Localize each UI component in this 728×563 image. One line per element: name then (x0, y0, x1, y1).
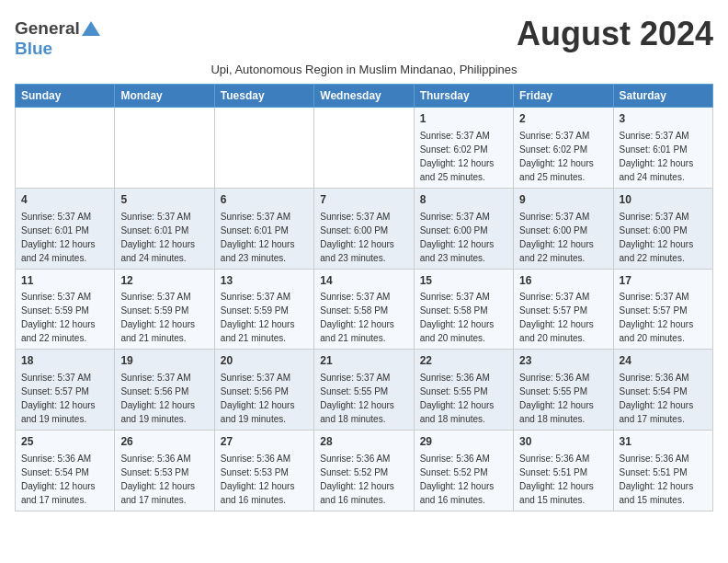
day-info: Sunrise: 5:37 AMSunset: 6:00 PMDaylight:… (420, 212, 495, 263)
calendar-subtitle: Upi, Autonomous Region in Muslim Mindana… (15, 63, 713, 76)
day-number: 16 (519, 273, 607, 289)
week-row-3: 11Sunrise: 5:37 AMSunset: 5:59 PMDayligh… (16, 269, 713, 350)
calendar-header: SundayMondayTuesdayWednesdayThursdayFrid… (16, 85, 713, 108)
calendar-cell: 25Sunrise: 5:36 AMSunset: 5:54 PMDayligh… (16, 431, 115, 511)
calendar-cell: 9Sunrise: 5:37 AMSunset: 6:00 PMDaylight… (514, 188, 613, 269)
week-row-4: 18Sunrise: 5:37 AMSunset: 5:57 PMDayligh… (16, 350, 713, 431)
day-info: Sunrise: 5:37 AMSunset: 6:01 PMDaylight:… (620, 131, 694, 182)
logo: General Blue (15, 18, 101, 59)
calendar-cell: 30Sunrise: 5:36 AMSunset: 5:51 PMDayligh… (514, 431, 613, 511)
day-info: Sunrise: 5:37 AMSunset: 6:00 PMDaylight:… (519, 212, 594, 263)
calendar-cell (115, 108, 214, 189)
calendar-cell: 19Sunrise: 5:37 AMSunset: 5:56 PMDayligh… (115, 350, 214, 431)
logo-general-text: General (15, 18, 80, 39)
week-row-1: 1Sunrise: 5:37 AMSunset: 6:02 PMDaylight… (16, 108, 713, 189)
week-row-2: 4Sunrise: 5:37 AMSunset: 6:01 PMDaylight… (16, 188, 713, 269)
calendar-cell: 2Sunrise: 5:37 AMSunset: 6:02 PMDaylight… (514, 108, 613, 189)
day-number: 28 (320, 434, 407, 450)
day-number: 11 (21, 273, 108, 289)
day-number: 10 (620, 192, 707, 208)
day-info: Sunrise: 5:37 AMSunset: 5:57 PMDaylight:… (519, 292, 594, 343)
day-number: 25 (21, 434, 108, 450)
day-number: 3 (620, 111, 707, 127)
day-header-sunday: Sunday (16, 85, 115, 108)
day-info: Sunrise: 5:37 AMSunset: 5:59 PMDaylight:… (120, 292, 195, 343)
calendar-cell (314, 108, 414, 189)
day-info: Sunrise: 5:36 AMSunset: 5:53 PMDaylight:… (221, 454, 295, 505)
day-number: 7 (320, 192, 407, 208)
day-number: 12 (120, 273, 208, 289)
day-header-thursday: Thursday (414, 85, 513, 108)
day-info: Sunrise: 5:37 AMSunset: 6:02 PMDaylight:… (519, 131, 594, 182)
day-info: Sunrise: 5:36 AMSunset: 5:52 PMDaylight:… (420, 454, 495, 505)
calendar-cell: 28Sunrise: 5:36 AMSunset: 5:52 PMDayligh… (314, 431, 414, 511)
header: General Blue August 2024 (15, 15, 713, 59)
calendar-cell: 29Sunrise: 5:36 AMSunset: 5:52 PMDayligh… (414, 431, 513, 511)
day-info: Sunrise: 5:37 AMSunset: 6:00 PMDaylight:… (320, 212, 394, 263)
day-header-monday: Monday (115, 85, 214, 108)
day-header-wednesday: Wednesday (314, 85, 414, 108)
day-info: Sunrise: 5:36 AMSunset: 5:51 PMDaylight:… (519, 454, 594, 505)
logo-blue-text: Blue (15, 39, 52, 58)
day-info: Sunrise: 5:37 AMSunset: 6:00 PMDaylight:… (620, 212, 694, 263)
day-number: 20 (221, 353, 308, 369)
day-header-saturday: Saturday (613, 85, 712, 108)
day-info: Sunrise: 5:37 AMSunset: 5:58 PMDaylight:… (420, 292, 495, 343)
calendar-cell: 14Sunrise: 5:37 AMSunset: 5:58 PMDayligh… (314, 269, 414, 350)
day-info: Sunrise: 5:37 AMSunset: 6:01 PMDaylight:… (120, 212, 195, 263)
calendar-cell: 27Sunrise: 5:36 AMSunset: 5:53 PMDayligh… (214, 431, 313, 511)
day-info: Sunrise: 5:37 AMSunset: 5:56 PMDaylight:… (120, 373, 195, 424)
logo-icon (81, 20, 101, 37)
day-info: Sunrise: 5:37 AMSunset: 5:59 PMDaylight:… (21, 292, 96, 343)
day-number: 14 (320, 273, 407, 289)
day-info: Sunrise: 5:37 AMSunset: 5:58 PMDaylight:… (320, 292, 394, 343)
day-info: Sunrise: 5:36 AMSunset: 5:51 PMDaylight:… (620, 454, 694, 505)
calendar-cell: 23Sunrise: 5:36 AMSunset: 5:55 PMDayligh… (514, 350, 613, 431)
day-info: Sunrise: 5:36 AMSunset: 5:53 PMDaylight:… (120, 454, 195, 505)
day-number: 15 (420, 273, 507, 289)
calendar-cell: 8Sunrise: 5:37 AMSunset: 6:00 PMDaylight… (414, 188, 513, 269)
day-info: Sunrise: 5:37 AMSunset: 5:59 PMDaylight:… (221, 292, 295, 343)
calendar-cell (214, 108, 313, 189)
calendar-cell: 11Sunrise: 5:37 AMSunset: 5:59 PMDayligh… (16, 269, 115, 350)
day-info: Sunrise: 5:37 AMSunset: 6:01 PMDaylight:… (21, 212, 96, 263)
calendar-cell: 13Sunrise: 5:37 AMSunset: 5:59 PMDayligh… (214, 269, 313, 350)
calendar-cell: 26Sunrise: 5:36 AMSunset: 5:53 PMDayligh… (115, 431, 214, 511)
calendar-cell: 4Sunrise: 5:37 AMSunset: 6:01 PMDaylight… (16, 188, 115, 269)
day-info: Sunrise: 5:36 AMSunset: 5:54 PMDaylight:… (21, 454, 96, 505)
day-number: 31 (620, 434, 707, 450)
day-number: 23 (519, 353, 607, 369)
calendar-table: SundayMondayTuesdayWednesdayThursdayFrid… (15, 84, 713, 511)
calendar-cell: 21Sunrise: 5:37 AMSunset: 5:55 PMDayligh… (314, 350, 414, 431)
day-number: 13 (221, 273, 308, 289)
day-info: Sunrise: 5:36 AMSunset: 5:52 PMDaylight:… (320, 454, 394, 505)
calendar-cell: 7Sunrise: 5:37 AMSunset: 6:00 PMDaylight… (314, 188, 414, 269)
day-info: Sunrise: 5:36 AMSunset: 5:54 PMDaylight:… (620, 373, 694, 424)
day-number: 26 (120, 434, 208, 450)
calendar-cell: 18Sunrise: 5:37 AMSunset: 5:57 PMDayligh… (16, 350, 115, 431)
calendar-cell: 22Sunrise: 5:36 AMSunset: 5:55 PMDayligh… (414, 350, 513, 431)
day-info: Sunrise: 5:37 AMSunset: 6:02 PMDaylight:… (420, 131, 495, 182)
calendar-cell: 10Sunrise: 5:37 AMSunset: 6:00 PMDayligh… (613, 188, 712, 269)
calendar-cell: 12Sunrise: 5:37 AMSunset: 5:59 PMDayligh… (115, 269, 214, 350)
day-number: 8 (420, 192, 507, 208)
day-number: 2 (519, 111, 607, 127)
calendar-cell: 3Sunrise: 5:37 AMSunset: 6:01 PMDaylight… (613, 108, 712, 189)
day-number: 1 (420, 111, 507, 127)
header-row: SundayMondayTuesdayWednesdayThursdayFrid… (16, 85, 713, 108)
day-number: 17 (620, 273, 707, 289)
calendar-cell: 24Sunrise: 5:36 AMSunset: 5:54 PMDayligh… (613, 350, 712, 431)
month-title: August 2024 (517, 15, 713, 53)
day-info: Sunrise: 5:37 AMSunset: 5:57 PMDaylight:… (21, 373, 96, 424)
calendar-cell: 20Sunrise: 5:37 AMSunset: 5:56 PMDayligh… (214, 350, 313, 431)
svg-marker-0 (82, 21, 100, 36)
calendar-cell: 31Sunrise: 5:36 AMSunset: 5:51 PMDayligh… (613, 431, 712, 511)
day-info: Sunrise: 5:37 AMSunset: 5:56 PMDaylight:… (221, 373, 295, 424)
day-info: Sunrise: 5:37 AMSunset: 5:55 PMDaylight:… (320, 373, 394, 424)
calendar-cell: 15Sunrise: 5:37 AMSunset: 5:58 PMDayligh… (414, 269, 513, 350)
calendar-cell (16, 108, 115, 189)
day-number: 5 (120, 192, 208, 208)
calendar-cell: 6Sunrise: 5:37 AMSunset: 6:01 PMDaylight… (214, 188, 313, 269)
day-number: 19 (120, 353, 208, 369)
day-header-tuesday: Tuesday (214, 85, 313, 108)
